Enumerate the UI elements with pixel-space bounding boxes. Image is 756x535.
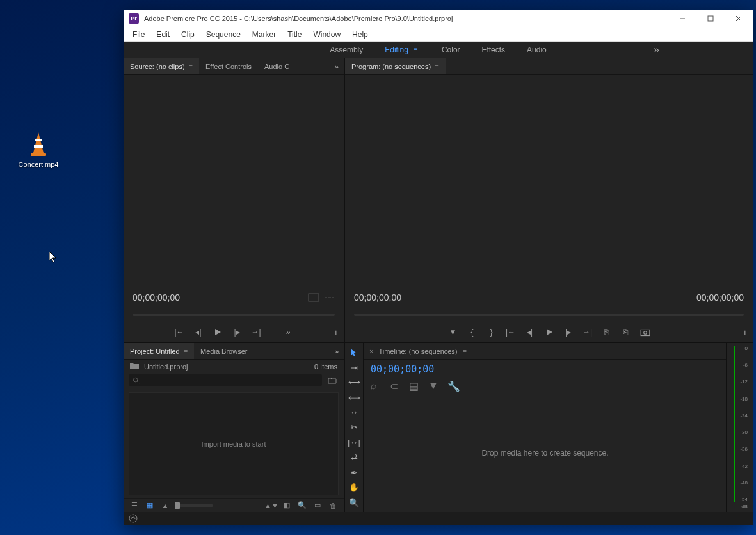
- tool-ripple-edit[interactable]: ⟷: [348, 377, 360, 388]
- tool-razor[interactable]: ✂: [348, 422, 360, 433]
- tab-project-menu-icon[interactable]: ≡: [184, 347, 188, 355]
- source-mark-out-icon[interactable]: →|: [251, 327, 261, 337]
- project-list-view-icon[interactable]: ☰: [129, 500, 140, 511]
- tab-program-menu-icon[interactable]: ≡: [435, 63, 438, 70]
- menu-help[interactable]: Help: [347, 29, 373, 40]
- tool-slide[interactable]: ⇄: [348, 452, 360, 463]
- tl-add-marker-icon[interactable]: ▼: [428, 380, 438, 389]
- menu-title[interactable]: Title: [282, 29, 307, 40]
- project-sort-icon[interactable]: ▲▼: [266, 500, 277, 511]
- menu-edit[interactable]: Edit: [151, 29, 175, 40]
- source-transport-overflow[interactable]: »: [283, 327, 293, 337]
- svg-rect-2: [31, 153, 46, 156]
- workspace-editing[interactable]: Editing≡: [385, 45, 420, 54]
- project-clear-icon[interactable]: 🗑: [327, 500, 339, 511]
- project-zoom-slider[interactable]: [175, 504, 213, 507]
- tl-markers-icon[interactable]: ▤: [409, 380, 419, 389]
- program-view[interactable]: [345, 75, 753, 289]
- program-marker-icon[interactable]: ▼: [448, 327, 458, 337]
- source-fit-icon[interactable]: [308, 293, 319, 302]
- titlebar[interactable]: Pr Adobe Premiere Pro CC 2015 - C:\Users…: [124, 10, 753, 28]
- project-icon-view-icon[interactable]: ▦: [144, 500, 156, 511]
- tab-audio-clip[interactable]: Audio C: [258, 58, 296, 74]
- menu-file[interactable]: File: [127, 29, 150, 40]
- program-goto-out-icon[interactable]: →|: [583, 327, 593, 337]
- tab-source-menu-icon[interactable]: ≡: [189, 63, 193, 70]
- source-playbar[interactable]: [133, 311, 335, 320]
- project-drop-area[interactable]: Import media to start: [129, 392, 339, 495]
- program-add-button[interactable]: +: [743, 328, 748, 338]
- program-snapshot-icon[interactable]: [640, 327, 650, 337]
- source-step-back-icon[interactable]: ◂|: [193, 327, 204, 337]
- program-play-button[interactable]: [544, 327, 554, 337]
- program-timecode-left[interactable]: 00;00;00;00: [354, 292, 401, 303]
- close-button[interactable]: [725, 10, 753, 28]
- project-search-input[interactable]: [129, 374, 322, 386]
- tab-timeline-label[interactable]: Timeline: (no sequences): [378, 347, 457, 355]
- timeline-close-icon[interactable]: ×: [369, 347, 373, 355]
- program-in-icon[interactable]: {: [467, 327, 478, 337]
- desktop-file-concert[interactable]: Concert.mp4: [18, 131, 59, 168]
- tool-track-select[interactable]: ⇥: [348, 362, 360, 372]
- program-out-icon[interactable]: }: [487, 327, 497, 337]
- tool-zoom[interactable]: 🔍: [348, 497, 360, 508]
- timeline-panel: × Timeline: (no sequences) ≡ 00;00;00;00…: [364, 343, 726, 512]
- timeline-timecode[interactable]: 00;00;00;00: [371, 363, 720, 375]
- source-tab-overflow[interactable]: »: [330, 63, 344, 70]
- project-tab-overflow[interactable]: »: [330, 347, 344, 355]
- menu-sequence[interactable]: Sequence: [201, 29, 246, 40]
- tool-pen[interactable]: ✒: [348, 467, 360, 478]
- tool-slip[interactable]: |↔|: [348, 437, 360, 448]
- project-freeform-icon[interactable]: ▲: [159, 500, 171, 511]
- source-res-icon[interactable]: [323, 293, 335, 302]
- source-play-button[interactable]: [213, 327, 223, 337]
- audio-meter[interactable]: 0 -6 -12 -18 -24 -30 -36 -42 -48 -54 dB: [727, 343, 753, 512]
- project-new-item-icon[interactable]: ▭: [312, 500, 323, 511]
- program-extract-icon[interactable]: ⎗: [621, 327, 631, 337]
- source-step-fwd-icon[interactable]: |▸: [232, 327, 242, 337]
- workspace-menu-icon[interactable]: ≡: [414, 49, 420, 51]
- program-goto-in-icon[interactable]: |←: [506, 327, 516, 337]
- project-find-icon[interactable]: 🔍: [296, 500, 308, 511]
- workspace-color[interactable]: Color: [442, 45, 460, 54]
- workspace-effects[interactable]: Effects: [482, 45, 505, 54]
- source-mark-in-icon[interactable]: |←: [174, 327, 184, 337]
- tab-source[interactable]: Source: (no clips)≡: [124, 58, 199, 74]
- tl-snap-icon[interactable]: ⌕: [371, 380, 381, 389]
- program-timecode-right[interactable]: 00;00;00;00: [696, 292, 744, 303]
- program-playbar[interactable]: [354, 311, 744, 320]
- tl-linked-icon[interactable]: ⊂: [390, 380, 400, 389]
- minimize-button[interactable]: [668, 10, 696, 28]
- tl-settings-icon[interactable]: 🔧: [447, 380, 458, 389]
- mouse-cursor: [49, 251, 58, 264]
- source-add-button[interactable]: +: [334, 328, 339, 338]
- workspace-assembly[interactable]: Assembly: [330, 45, 363, 54]
- tab-timeline-menu-icon[interactable]: ≡: [463, 347, 467, 355]
- program-lift-icon[interactable]: ⎘: [602, 327, 612, 337]
- workspace-audio[interactable]: Audio: [527, 45, 547, 54]
- tool-hand[interactable]: ✋: [348, 482, 360, 493]
- tool-rolling-edit[interactable]: ⟺: [348, 392, 360, 403]
- maximize-button[interactable]: [696, 10, 725, 28]
- project-new-bin-icon[interactable]: [326, 374, 339, 386]
- menu-window[interactable]: Window: [308, 29, 346, 40]
- creative-cloud-icon[interactable]: [129, 514, 138, 523]
- program-step-fwd-icon[interactable]: |▸: [563, 327, 574, 337]
- tab-effect-controls[interactable]: Effect Controls: [199, 58, 258, 74]
- project-automate-icon[interactable]: ◧: [281, 500, 293, 511]
- menu-clip[interactable]: Clip: [176, 29, 200, 40]
- timeline-tools: ⌕ ⊂ ▤ ▼ 🔧: [364, 378, 726, 394]
- tab-project[interactable]: Project: Untitled≡: [124, 343, 194, 359]
- program-step-back-icon[interactable]: ◂|: [525, 327, 535, 337]
- tab-program[interactable]: Program: (no sequences)≡: [345, 58, 446, 74]
- workspace-overflow[interactable]: »: [643, 42, 670, 58]
- source-view[interactable]: [124, 75, 344, 289]
- source-timecode[interactable]: 00;00;00;00: [133, 292, 180, 303]
- toolbox: ⇥ ⟷ ⟺ ↔ ✂ |↔| ⇄ ✒ ✋ 🔍: [345, 343, 363, 512]
- tab-media-browser[interactable]: Media Browser: [194, 343, 253, 359]
- menu-marker[interactable]: Marker: [247, 29, 281, 40]
- timeline-drop-area[interactable]: Drop media here to create sequence.: [364, 394, 726, 512]
- tool-selection[interactable]: [348, 347, 360, 358]
- meter-mark: -54: [740, 497, 748, 502]
- tool-rate-stretch[interactable]: ↔: [348, 407, 360, 418]
